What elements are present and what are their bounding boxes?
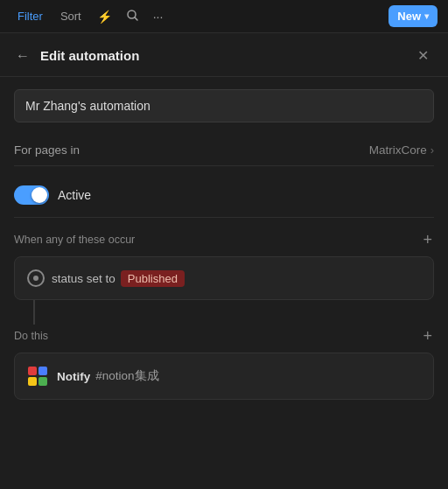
toggle-thumb — [32, 187, 47, 203]
lightning-icon: ⚡ — [97, 10, 112, 24]
pages-value-button[interactable]: MatrixCore › — [369, 143, 434, 157]
condition-text: status set to Published — [52, 270, 185, 287]
panel-title: Edit automation — [40, 48, 403, 63]
action-label: Notify — [57, 370, 90, 383]
close-icon: ✕ — [417, 48, 429, 63]
lightning-button[interactable]: ⚡ — [92, 6, 117, 27]
back-icon: ← — [16, 48, 30, 64]
toolbar: Filter Sort ⚡ ··· New ▾ — [0, 0, 448, 33]
new-label: New — [397, 10, 421, 23]
close-button[interactable]: ✕ — [412, 45, 434, 66]
do-this-title: Do this — [14, 330, 421, 342]
filter-label: Filter — [18, 10, 43, 23]
active-toggle[interactable] — [14, 185, 49, 205]
do-this-section: Do this + Notify #notion集成 — [14, 328, 434, 400]
automation-panel: ← Edit automation ✕ For pages in MatrixC… — [0, 33, 448, 489]
pages-label: For pages in — [14, 143, 369, 157]
add-condition-button[interactable]: + — [421, 232, 434, 248]
pages-row: For pages in MatrixCore › — [14, 135, 434, 166]
sq-blue — [38, 367, 47, 375]
condition-icon — [27, 269, 45, 287]
add-condition-icon: + — [423, 231, 432, 248]
condition-pre-text: status set to — [52, 272, 116, 285]
condition-card[interactable]: status set to Published — [14, 256, 434, 300]
search-icon — [126, 9, 139, 24]
active-row: Active — [14, 178, 434, 218]
sq-red — [28, 367, 37, 375]
sq-green — [38, 377, 47, 386]
panel-content: For pages in MatrixCore › Active When an… — [0, 77, 448, 412]
do-this-section-header: Do this + — [14, 328, 434, 344]
action-channel: #notion集成 — [95, 368, 158, 384]
chevron-down-icon: ▾ — [424, 11, 429, 21]
add-action-icon: + — [423, 327, 432, 345]
pages-value-text: MatrixCore — [369, 143, 427, 157]
action-card[interactable]: Notify #notion集成 — [14, 353, 434, 400]
more-icon: ··· — [153, 10, 164, 24]
chevron-right-icon: › — [430, 143, 434, 157]
condition-badge: Published — [121, 270, 185, 287]
svg-line-1 — [135, 17, 137, 19]
sq-yellow — [28, 377, 37, 386]
when-section-title: When any of these occur — [14, 234, 421, 246]
add-action-button[interactable]: + — [421, 328, 434, 344]
action-text: Notify #notion集成 — [57, 368, 159, 384]
new-button[interactable]: New ▾ — [388, 5, 438, 27]
search-button[interactable] — [121, 5, 144, 28]
sort-button[interactable]: Sort — [53, 6, 88, 26]
filter-button[interactable]: Filter — [10, 6, 50, 26]
active-label: Active — [58, 188, 91, 202]
automation-name-input[interactable] — [14, 89, 434, 122]
notion-icon — [27, 366, 48, 387]
connector-line — [33, 300, 35, 325]
notion-squares — [28, 367, 47, 386]
sort-label: Sort — [60, 10, 81, 23]
back-button[interactable]: ← — [14, 46, 32, 66]
more-button[interactable]: ··· — [148, 6, 169, 27]
when-section-header: When any of these occur + — [14, 232, 434, 248]
panel-header: ← Edit automation ✕ — [0, 33, 448, 77]
condition-inner-circle — [33, 276, 38, 281]
